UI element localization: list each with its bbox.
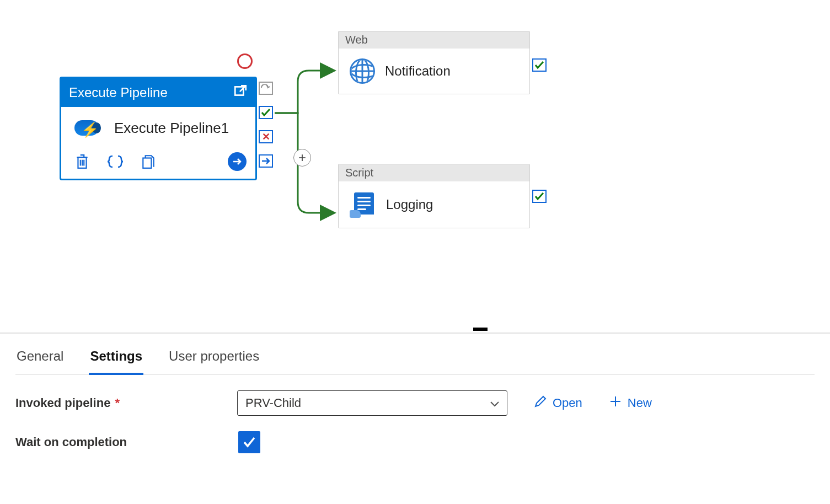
connector-success[interactable] <box>532 190 547 203</box>
required-indicator: * <box>115 396 120 410</box>
activity-header-label: Execute Pipeline <box>69 85 168 100</box>
open-label: Open <box>553 396 582 410</box>
connector-skip[interactable] <box>259 82 273 95</box>
connector-success[interactable] <box>532 58 547 72</box>
script-icon <box>350 191 376 218</box>
breakpoint-indicator[interactable] <box>237 53 253 69</box>
wait-on-completion-label: Wait on completion <box>15 435 127 449</box>
svg-rect-0 <box>235 87 243 95</box>
invoked-pipeline-label: Invoked pipeline <box>15 396 110 410</box>
connector-success[interactable] <box>259 106 273 119</box>
new-label: New <box>628 396 652 410</box>
activity-name: Execute Pipeline1 <box>114 120 229 137</box>
web-icon <box>350 58 375 84</box>
svg-rect-2 <box>143 158 151 168</box>
run-button[interactable] <box>228 152 247 171</box>
panel-divider <box>0 333 830 334</box>
wait-on-completion-checkbox[interactable] <box>238 431 260 453</box>
pipeline-icon: ⚡ <box>72 117 104 139</box>
activity-execute-pipeline[interactable]: Execute Pipeline ⚡ Execute Pipeline1 <box>60 77 257 180</box>
tabs: General Settings User properties <box>15 341 815 375</box>
pipeline-canvas[interactable]: Execute Pipeline ⚡ Execute Pipeline1 <box>0 0 830 334</box>
activity-web[interactable]: Web Notification <box>338 31 530 94</box>
tab-user-properties[interactable]: User properties <box>168 341 260 374</box>
panel-drag-handle[interactable] <box>473 328 488 331</box>
chevron-down-icon <box>490 396 499 410</box>
new-pipeline-button[interactable]: New <box>609 395 652 411</box>
connector-completion[interactable] <box>259 154 273 168</box>
tab-general[interactable]: General <box>15 341 65 374</box>
select-value: PRV-Child <box>245 396 301 410</box>
delete-button[interactable] <box>73 153 91 170</box>
copy-button[interactable] <box>140 153 157 170</box>
properties-panel: General Settings User properties Invoked… <box>0 334 830 504</box>
wait-on-completion-row: Wait on completion <box>15 431 815 453</box>
add-connector-button[interactable]: + <box>293 149 311 167</box>
activity-script[interactable]: Script Logging <box>338 164 530 228</box>
plus-icon <box>609 395 622 411</box>
invoked-pipeline-select[interactable]: PRV-Child <box>237 390 507 416</box>
tab-settings[interactable]: Settings <box>89 341 143 375</box>
code-button[interactable] <box>106 153 124 170</box>
connector-failure[interactable]: ✕ <box>259 130 273 143</box>
pencil-icon <box>534 395 547 411</box>
open-external-icon[interactable] <box>233 84 248 101</box>
invoked-pipeline-row: Invoked pipeline * PRV-Child Open New <box>15 390 815 416</box>
activity-name: Logging <box>386 197 433 212</box>
activity-type-label: Script <box>339 164 529 181</box>
activity-name: Notification <box>385 63 451 79</box>
activity-type-label: Web <box>339 31 529 49</box>
open-pipeline-button[interactable]: Open <box>534 395 582 411</box>
